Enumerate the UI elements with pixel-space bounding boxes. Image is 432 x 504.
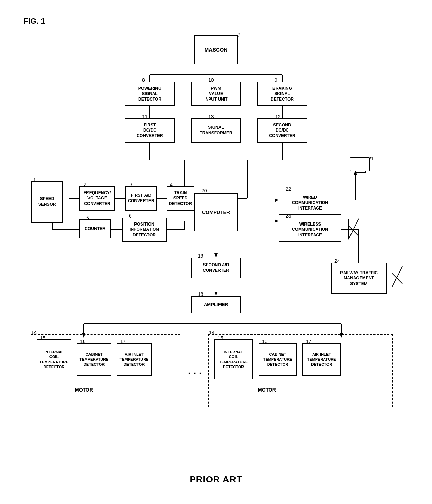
second-dcdc-ref: 12 xyxy=(275,114,281,119)
svg-line-54 xyxy=(348,226,359,236)
motor2-cabinet-temp-ref: 16 xyxy=(262,339,268,344)
svg-rect-50 xyxy=(355,171,366,173)
speed-sensor-ref: 1 xyxy=(33,177,36,182)
motor1-ref: 14 xyxy=(31,330,37,335)
svg-marker-30 xyxy=(275,198,279,202)
svg-rect-49 xyxy=(350,158,369,171)
svg-line-57 xyxy=(392,273,402,284)
motor2-ref: 14 xyxy=(209,330,215,335)
motor1-air-inlet-ref: 17 xyxy=(120,339,126,344)
braking-ref: 9 xyxy=(275,77,277,83)
motor2-air-inlet-ref: 17 xyxy=(306,339,311,344)
position-info-box: POSITION INFORMATION DETECTOR xyxy=(122,218,167,242)
second-ad-box: SECOND A/D CONVERTER xyxy=(191,258,241,278)
motor1-internal-coil-box: INTERNAL COIL TEMPERATURE DETECTOR xyxy=(37,339,71,379)
first-ad-ref: 3 xyxy=(130,182,132,187)
railway-traffic-ref: 24 xyxy=(334,258,340,264)
second-ad-ref: 19 xyxy=(198,253,203,259)
wireless-antenna-icon xyxy=(345,215,362,243)
first-dcdc-ref: 11 xyxy=(142,114,148,119)
motor2-internal-coil-ref: 15 xyxy=(218,335,223,341)
motor2-internal-coil-box: INTERNAL COIL TEMPERATURE DETECTOR xyxy=(214,339,253,379)
first-ad-box: FIRST A/D CONVERTER xyxy=(125,186,157,211)
amplifier-box: AMPLIFIER xyxy=(191,296,241,313)
motor1-label: MOTOR xyxy=(75,387,93,393)
powering-signal-detector-box: POWERING SIGNAL DETECTOR xyxy=(125,82,175,106)
mascon-box: MASCON xyxy=(194,35,238,64)
wireless-comm-ref: 23 xyxy=(286,213,291,219)
wireless-comm-box: WIRELESS COMMUNICATION INTERFACE xyxy=(279,218,341,242)
svg-marker-38 xyxy=(214,253,218,258)
motor-ellipsis: . . . xyxy=(188,365,202,377)
motor1-cabinet-temp-ref: 16 xyxy=(80,339,86,344)
train-speed-box: TRAIN SPEED DETECTOR xyxy=(167,186,194,211)
computer-ref: 20 xyxy=(201,188,207,194)
svg-text:21: 21 xyxy=(369,156,373,161)
motor2-air-inlet-box: AIR INLET TEMPERATURE DETECTOR xyxy=(302,343,341,376)
braking-signal-detector-box: BRAKING SIGNAL DETECTOR xyxy=(257,82,307,106)
svg-line-53 xyxy=(348,219,359,239)
position-info-ref: 6 xyxy=(129,213,132,219)
motor1-cabinet-temp-box: CABINET TEMPERATURE DETECTOR xyxy=(77,343,111,376)
counter-ref: 5 xyxy=(86,215,89,221)
train-speed-ref: 4 xyxy=(170,182,173,187)
monitor-icon: 21 xyxy=(348,156,373,179)
signal-transformer-box: SIGNAL TRANSFORMER xyxy=(191,118,241,143)
mascon-ref: 7 xyxy=(238,32,240,38)
amplifier-ref: 18 xyxy=(198,291,203,297)
first-dcdc-box: FIRST DC/DC CONVERTER xyxy=(125,118,175,143)
motor1-internal-coil-ref: 15 xyxy=(40,335,46,341)
computer-box: COMPUTER xyxy=(194,193,238,231)
freq-voltage-ref: 2 xyxy=(84,182,86,187)
fig-label: FIG. 1 xyxy=(24,17,45,26)
svg-marker-32 xyxy=(275,219,279,223)
motor1-air-inlet-box: AIR INLET TEMPERATURE DETECTOR xyxy=(117,343,152,376)
second-dcdc-box: SECOND DC/DC CONVERTER xyxy=(257,118,307,143)
signal-transformer-ref: 13 xyxy=(208,114,214,119)
freq-voltage-box: FREQUENCY/ VOLTAGE CONVERTER xyxy=(79,186,115,211)
counter-box: COUNTER xyxy=(79,219,111,238)
motor2-cabinet-temp-box: CABINET TEMPERATURE DETECTOR xyxy=(259,343,297,376)
pwm-value-box: PWM VALUE INPUT UNIT xyxy=(191,82,241,106)
motor2-label: MOTOR xyxy=(258,387,276,393)
wired-comm-ref: 22 xyxy=(286,186,291,192)
pwm-ref: 10 xyxy=(208,77,214,83)
svg-marker-40 xyxy=(214,292,218,296)
prior-art-label: PRIOR ART xyxy=(190,474,242,485)
wired-comm-box: WIRED COMMUNICATION INTERFACE xyxy=(279,191,341,215)
railway-traffic-box: RAILWAY TRAFFIC MANAGEMENT SYSTEM xyxy=(331,263,387,294)
svg-line-56 xyxy=(392,266,402,287)
speed-sensor-box: SPEED SENSOR xyxy=(31,181,63,223)
railway-antenna-icon xyxy=(388,263,406,291)
powering-ref: 8 xyxy=(142,77,145,83)
